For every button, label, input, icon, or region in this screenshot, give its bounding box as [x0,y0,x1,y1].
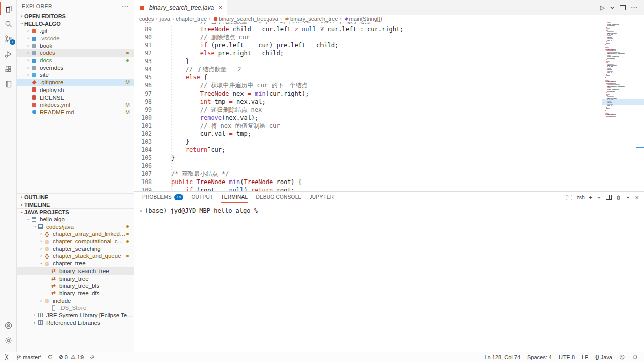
outline-header[interactable]: › OUTLINE [17,193,134,201]
panel-tab-output[interactable]: OUTPUT [191,192,213,203]
feedback-button[interactable] [619,354,625,360]
code-line-101[interactable]: 101 // 将 nex 的值复制给 cur [134,122,599,130]
code-line-94[interactable]: 94 // 子结点数量 = 2 [134,65,599,73]
code-line-91[interactable]: 91 if (pre.left == cur) pre.left = child… [134,41,599,49]
remote-indicator[interactable]: ╳ [3,354,10,360]
extensions-icon[interactable] [0,61,17,76]
tree-item-git[interactable]: ›.git [17,27,134,35]
code-line-95[interactable]: 95 else { [134,73,599,81]
code-line-89[interactable]: 89 TreeNode child = cur.left ≠ null ? cu… [134,25,599,33]
project-root-header[interactable]: › HELLO-ALGO [17,20,134,27]
line-number[interactable]: 101 [134,122,156,130]
tree-item-site[interactable]: ›site [17,71,134,79]
tree-item-license[interactable]: LICENSE [17,94,134,101]
close-icon[interactable]: × [219,4,222,11]
cursor-position[interactable]: Ln 128, Col 74 [484,354,520,360]
tree-item-binary-search-tree[interactable]: ⇄binary_search_tree [17,267,134,275]
account-icon[interactable] [0,318,17,333]
tree-item-overrides[interactable]: ›overrides [17,64,134,71]
tree-item-codes-java[interactable]: ›codes/java [17,223,134,230]
new-terminal-button[interactable]: + [589,194,593,201]
line-number[interactable]: 92 [134,49,156,57]
tree-item-book[interactable]: ›book [17,42,134,49]
split-editor-icon[interactable] [620,5,626,10]
notebook-icon[interactable] [0,76,17,92]
split-terminal-icon[interactable] [606,195,612,200]
tree-item-include[interactable]: ›{}include [17,297,134,304]
code-line-93[interactable]: 93 } [134,57,599,65]
panel-tab-terminal[interactable]: TERMINAL [221,192,248,203]
tree-item-binary-tree-dfs[interactable]: ⇄binary_tree_dfs [17,290,134,297]
more-actions-icon[interactable]: ⋯ [631,4,638,11]
code-line-105[interactable]: 105 } [134,154,599,162]
chevron-up-icon[interactable] [625,195,631,200]
encoding-setting[interactable]: UTF-8 [559,354,575,360]
tree-item-chapter-array-and-linkedlist[interactable]: ›{}chapter_array_and_linkedlist [17,230,134,238]
close-panel-icon[interactable]: × [635,194,639,201]
line-number[interactable]: 107 [134,170,156,178]
tree-item-referenced-libraries[interactable]: ›Referenced Libraries [17,319,134,326]
code-line-108[interactable]: 108 public TreeNode min(TreeNode root) { [134,178,599,186]
code-line-109[interactable]: 109 if (root == null) return root; [134,186,599,191]
breadcrumb-item-java[interactable]: java [160,16,170,22]
panel-tab-jupyter[interactable]: JUPYTER [310,192,334,203]
explorer-activity-icon[interactable] [0,1,17,16]
tree-item-chapter-stack-and-queue[interactable]: ›{}chapter_stack_and_queue [17,252,134,260]
code-line-98[interactable]: 98 int tmp = nex.val; [134,98,599,106]
tree-item-binary-tree[interactable]: ⇄binary_tree [17,275,134,282]
tree-item-hello-algo[interactable]: ›hello-algo [17,216,134,223]
search-icon[interactable] [0,16,17,31]
line-number[interactable]: 103 [134,138,156,146]
tab-binary-search-tree[interactable]: binary_search_tree.java × [134,0,227,15]
line-number[interactable]: 104 [134,146,156,154]
line-number[interactable]: 109 [134,186,156,191]
chevron-down-icon[interactable] [610,5,615,10]
line-number[interactable]: 108 [134,178,156,186]
code-line-97[interactable]: 97 TreeNode nex = min(cur.right); [134,89,599,98]
tree-item-codes[interactable]: ›codes [17,49,134,57]
line-number[interactable]: 91 [134,41,156,49]
tree-item-chapter-tree[interactable]: ›{}chapter_tree [17,260,134,267]
terminal[interactable]: (base) jyd@JYD-MBP hello-algo % [134,203,644,352]
code-line-103[interactable]: 103 } [134,138,599,146]
code-line-99[interactable]: 99 // 递归删除结点 nex [134,106,599,114]
code-editor[interactable]: 88 // 当子结点数量 = 0 / 1 时，child = null / 该子… [134,22,644,191]
tree-item-ds-store[interactable]: .DS_Store [17,304,134,312]
run-debug-icon[interactable] [0,46,17,61]
timeline-header[interactable]: › TIMELINE [17,201,134,208]
source-control-icon[interactable]: 7 [0,31,17,46]
line-number[interactable]: 93 [134,57,156,65]
code-line-100[interactable]: 100 remove(nex.val); [134,114,599,122]
breadcrumb-item-binary-search-tree[interactable]: binary_search_tree [290,16,338,22]
run-button[interactable]: ▷ [600,4,605,11]
trash-icon[interactable] [616,195,621,200]
launch-button[interactable] [89,354,95,360]
tree-item-gitignore[interactable]: .gitignoreM [17,79,134,86]
line-number[interactable]: 96 [134,81,156,89]
tree-item-readme-md[interactable]: README.mdM [17,109,134,116]
breadcrumb-item-binary-search-tree-java[interactable]: binary_search_tree.java [219,16,278,22]
code-line-90[interactable]: 90 // 删除结点 cur [134,33,599,41]
code-line-96[interactable]: 96 // 获取中序遍历中 cur 的下一个结点 [134,81,599,89]
shell-name[interactable]: zsh [576,194,584,200]
tree-item-mkdocs-yml[interactable]: mkdocs.ymlM [17,101,134,109]
minimap[interactable] [603,22,637,139]
tree-item-chapter-computational-complexity[interactable]: ›{}chapter_computational_complexity [17,238,134,245]
sync-button[interactable] [47,354,53,360]
eol-setting[interactable]: LF [582,354,588,360]
breadcrumb-item-chapter-tree[interactable]: chapter_tree [176,16,207,22]
chevron-down-icon[interactable] [596,195,602,200]
tree-item-jre-system-library-eclipse-temurin-17-17[interactable]: ›JRE System Library [Eclipse Temurin 17 … [17,312,134,319]
breadcrumb-item-codes[interactable]: codes [139,16,154,22]
line-number[interactable]: 106 [134,162,156,170]
tree-item-chapter-searching[interactable]: ›{}chapter_searching [17,245,134,252]
line-number[interactable]: 95 [134,73,156,81]
code-line-107[interactable]: 107 /* 获取最小结点 */ [134,170,599,178]
line-number[interactable]: 105 [134,154,156,162]
code-line-106[interactable]: 106 [134,162,599,170]
line-number[interactable]: 99 [134,106,156,114]
tree-item-docs[interactable]: ›docs [17,57,134,64]
java-projects-header[interactable]: › JAVA PROJECTS [17,208,134,216]
open-editors-header[interactable]: › OPEN EDITORS [17,12,134,20]
panel-tab-problems[interactable]: PROBLEMS19 [142,192,183,203]
